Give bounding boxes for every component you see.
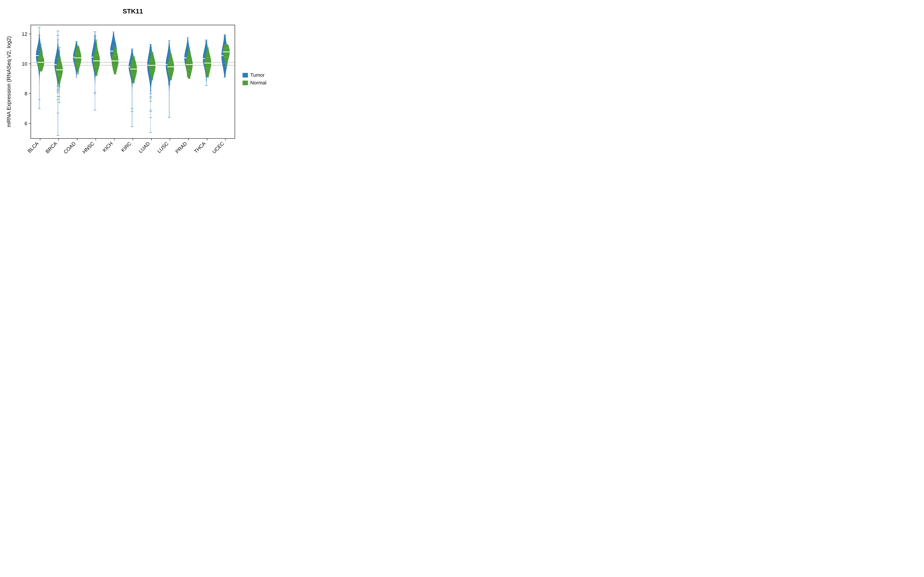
x-tick-label: LUSC [156, 140, 170, 154]
legend-swatch [242, 73, 248, 77]
y-axis-label: mRNA Expression (RNASeq V2, log2) [6, 36, 12, 127]
violin-tumor [166, 41, 169, 118]
x-tick-label: PRAD [174, 140, 188, 155]
y-tick-label: 10 [22, 61, 27, 67]
x-tick-label: COAD [63, 140, 77, 155]
legend-swatch [242, 81, 248, 85]
y-tick-label: 12 [22, 31, 27, 37]
violin-normal [189, 47, 192, 79]
y-tick-label: 8 [25, 91, 27, 97]
violin-tumor [92, 32, 95, 110]
beanplot-chart: STK11681012mRNA Expression (RNASeq V2, l… [0, 0, 281, 176]
violin-tumor [55, 31, 58, 135]
y-tick-label: 6 [25, 121, 27, 126]
x-tick-label: KIRC [120, 140, 132, 153]
violin-normal [208, 47, 211, 77]
violin-normal [134, 56, 137, 83]
x-tick-label: LUAD [137, 140, 151, 154]
x-tick-label: UCEC [211, 140, 225, 155]
violin-normal [226, 44, 229, 67]
x-tick-label: KICH [102, 140, 114, 153]
x-tick-label: HNSC [81, 140, 95, 155]
violin-normal [152, 52, 155, 81]
legend-label: Tumor [250, 72, 265, 78]
x-tick-label: BRCA [44, 140, 58, 155]
x-tick-label: THCA [193, 140, 207, 155]
legend-label: Normal [250, 80, 267, 85]
x-tick-label: BLCA [26, 140, 40, 154]
violin-tumor [129, 49, 132, 127]
violin-normal [78, 46, 81, 74]
violin-normal [97, 40, 100, 76]
chart-title: STK11 [123, 8, 143, 15]
